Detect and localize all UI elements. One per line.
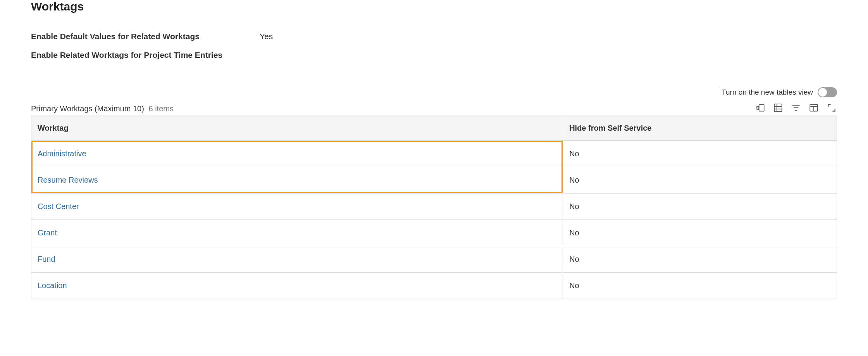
fullscreen-icon[interactable]: [826, 102, 837, 113]
cell-worktag: Resume Reviews: [31, 167, 563, 194]
worktag-link[interactable]: Administrative: [38, 149, 86, 158]
col-header-hide[interactable]: Hide from Self Service: [563, 116, 837, 141]
tables-view-toggle[interactable]: [818, 87, 837, 97]
svg-rect-0: [759, 104, 764, 111]
field-value: Yes: [236, 32, 273, 41]
columns-icon[interactable]: [808, 102, 819, 113]
table-row: Resume ReviewsNo: [31, 167, 837, 194]
table-caption-text: Primary Worktags (Maximum 10): [31, 104, 144, 113]
tables-view-toggle-row: Turn on the new tables view: [722, 87, 837, 97]
table-row: Cost CenterNo: [31, 194, 837, 220]
field-project-time: Enable Related Worktags for Project Time…: [31, 50, 837, 60]
worktag-link[interactable]: Location: [38, 281, 67, 290]
table-actions: [755, 102, 837, 113]
svg-rect-1: [774, 104, 782, 112]
cell-hide: No: [563, 246, 837, 273]
worktag-link[interactable]: Resume Reviews: [38, 176, 98, 184]
primary-worktags-table: Worktag Hide from Self Service Administr…: [31, 116, 837, 299]
table-header-row: Worktag Hide from Self Service: [31, 116, 837, 141]
field-default-values: Enable Default Values for Related Workta…: [31, 32, 837, 41]
cell-worktag: Administrative: [31, 141, 563, 167]
cell-hide: No: [563, 273, 837, 299]
section-title: Worktags: [31, 0, 837, 13]
field-label: Enable Default Values for Related Workta…: [31, 32, 236, 41]
worktag-link[interactable]: Cost Center: [38, 202, 79, 211]
table-row: AdministrativeNo: [31, 141, 837, 167]
table-caption: Primary Worktags (Maximum 10) 6 items: [31, 104, 174, 113]
table-row: LocationNo: [31, 273, 837, 299]
cell-hide: No: [563, 167, 837, 194]
filter-icon[interactable]: [790, 102, 801, 113]
cell-worktag: Location: [31, 273, 563, 299]
export-excel-icon[interactable]: [755, 102, 766, 113]
col-header-worktag[interactable]: Worktag: [31, 116, 563, 141]
tables-view-toggle-label: Turn on the new tables view: [722, 88, 813, 97]
cell-worktag: Fund: [31, 246, 563, 273]
cell-hide: No: [563, 220, 837, 246]
grid-view-icon[interactable]: [773, 102, 784, 113]
table-item-count: 6 items: [148, 104, 173, 113]
worktag-link[interactable]: Grant: [38, 228, 57, 237]
field-label: Enable Related Worktags for Project Time…: [31, 50, 236, 60]
cell-hide: No: [563, 194, 837, 220]
cell-worktag: Grant: [31, 220, 563, 246]
cell-hide: No: [563, 141, 837, 167]
cell-worktag: Cost Center: [31, 194, 563, 220]
worktag-link[interactable]: Fund: [38, 255, 55, 263]
table-row: GrantNo: [31, 220, 837, 246]
table-row: FundNo: [31, 246, 837, 273]
